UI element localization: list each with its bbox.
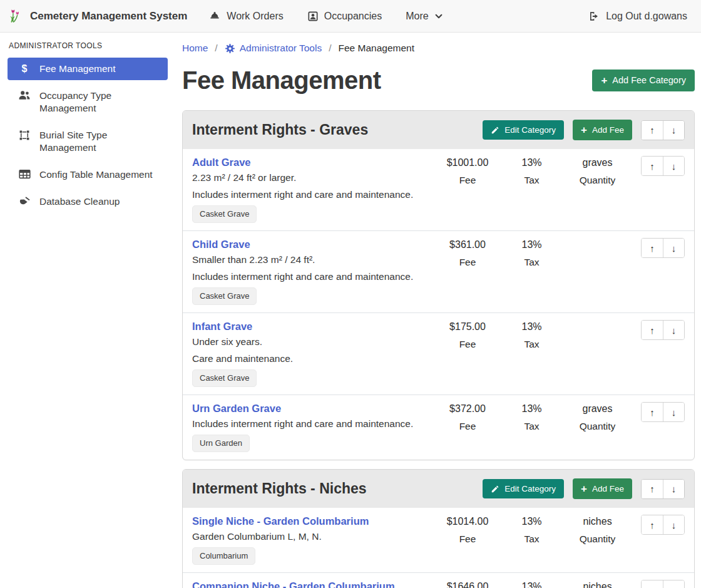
fee-info: Urn Garden GraveIncludes interment right…	[192, 402, 433, 452]
nav-work-orders[interactable]: Work Orders	[208, 11, 283, 22]
fee-name-link[interactable]: Companion Niche - Garden Columbarium	[192, 580, 395, 588]
fee-description: Includes interment right and care and ma…	[192, 417, 428, 430]
breadcrumb-admin-tools-link[interactable]: Administrator Tools	[225, 43, 322, 54]
tax-rate-column: 13%Tax	[502, 515, 561, 545]
pencil-icon	[491, 485, 499, 493]
fee-amount-value: $361.00	[433, 238, 502, 251]
move-fee-up-button[interactable]: ↑	[642, 321, 663, 339]
fee-name-link[interactable]: Infant Grave	[192, 320, 252, 333]
move-fee-up-button[interactable]: ↑	[642, 157, 663, 175]
move-category-down-button[interactable]: ↓	[663, 121, 684, 140]
main-content: Home / Administrator Tools / Fee Managem…	[175, 33, 701, 588]
nav-occupancies[interactable]: Occupancies	[307, 11, 382, 22]
fee-amount-column: $372.00Fee	[433, 402, 502, 433]
quantity-value: niches	[561, 580, 633, 588]
arrow-down-icon: ↓	[672, 125, 677, 135]
breadcrumb-separator: /	[329, 43, 331, 54]
hard-hat-icon	[208, 11, 221, 21]
edit-category-button[interactable]: Edit Category	[483, 120, 564, 140]
quantity-value: niches	[561, 515, 633, 528]
sidebar-item-burial-site-type-management[interactable]: Burial Site Type Management	[8, 124, 168, 159]
arrow-up-icon: ↑	[650, 407, 655, 418]
category-header: Interment Rights - NichesEdit Category+A…	[183, 470, 694, 508]
fee-amount-column: $361.00Fee	[433, 238, 502, 269]
edit-category-button[interactable]: Edit Category	[483, 479, 564, 498]
fee-reorder-group: ↑↓	[641, 320, 685, 340]
tax-rate-value: 13%	[502, 238, 561, 251]
nav-more-dropdown[interactable]: More	[406, 11, 443, 22]
move-fee-down-button[interactable]: ↓	[663, 580, 684, 588]
tax-rate-value: 13%	[502, 402, 561, 415]
fee-amount-label: Fee	[433, 533, 502, 545]
move-fee-down-button[interactable]: ↓	[663, 157, 684, 175]
app-brand: Cemetery Management System	[8, 8, 187, 24]
app-title: Cemetery Management System	[30, 10, 187, 23]
fee-info: Child GraveSmaller than 2.23 m² / 24 ft²…	[192, 238, 433, 305]
move-category-down-button[interactable]: ↓	[663, 480, 684, 498]
logout-button[interactable]: Log Out d.gowans	[588, 11, 687, 22]
fee-row-infant-grave: Infant GraveUnder six years.Care and mai…	[183, 312, 694, 395]
arrow-down-icon: ↓	[672, 161, 677, 172]
fee-name-link[interactable]: Child Grave	[192, 238, 250, 251]
fee-reorder-group: ↑↓	[641, 515, 685, 535]
page-title: Fee Management	[182, 64, 381, 96]
breadcrumb: Home / Administrator Tools / Fee Managem…	[182, 41, 695, 54]
category-header: Interment Rights - GravesEdit Category+A…	[183, 111, 694, 149]
fee-info: Companion Niche - Garden ColumbariumGard…	[192, 580, 433, 588]
sidebar-item-occupancy-type-management[interactable]: Occupancy Type Management	[8, 85, 168, 120]
move-fee-down-button[interactable]: ↓	[663, 321, 684, 339]
admin-sidebar: ADMINISTRATOR TOOLS $Fee ManagementOccup…	[0, 33, 175, 588]
arrow-down-icon: ↓	[672, 325, 677, 336]
move-fee-up-button[interactable]: ↑	[642, 580, 663, 588]
add-fee-button[interactable]: +Add Fee	[573, 120, 632, 140]
fee-type-badge: Columbarium	[192, 547, 255, 565]
sidebar-item-fee-management[interactable]: $Fee Management	[8, 58, 168, 80]
move-fee-down-button[interactable]: ↓	[663, 403, 684, 421]
fee-amount-label: Fee	[433, 256, 502, 269]
fee-name-link[interactable]: Single Niche - Garden Columbarium	[192, 515, 369, 528]
fee-amount-label: Fee	[433, 420, 502, 433]
add-fee-category-button[interactable]: + Add Fee Category	[592, 70, 695, 91]
edit-category-label: Edit Category	[504, 484, 556, 493]
arrow-up-icon: ↑	[650, 161, 655, 172]
fee-name-link[interactable]: Urn Garden Grave	[192, 402, 281, 415]
dollar-icon: $	[18, 63, 31, 75]
move-fee-up-button[interactable]: ↑	[642, 515, 663, 534]
breadcrumb-home-link[interactable]: Home	[182, 43, 208, 54]
tax-rate-label: Tax	[502, 420, 561, 433]
chevron-down-icon	[434, 12, 443, 21]
move-category-up-button[interactable]: ↑	[642, 121, 663, 140]
move-fee-up-button[interactable]: ↑	[642, 403, 663, 421]
fee-amount-label: Fee	[433, 174, 502, 187]
fee-amount-column: $175.00Fee	[433, 320, 502, 351]
move-category-up-button[interactable]: ↑	[642, 480, 663, 498]
tulips-logo-icon	[8, 8, 24, 24]
add-fee-button[interactable]: +Add Fee	[573, 478, 632, 499]
tax-rate-value: 13%	[502, 580, 561, 588]
sidebar-item-database-cleanup[interactable]: Database Cleanup	[8, 190, 168, 213]
sidebar-item-label: Occupancy Type Management	[39, 90, 161, 115]
category-title: Interment Rights - Niches	[192, 480, 483, 497]
move-fee-up-button[interactable]: ↑	[642, 239, 663, 257]
fee-reorder-group: ↑↓	[641, 156, 685, 176]
arrow-up-icon: ↑	[650, 125, 655, 135]
quantity-label: Quantity	[561, 533, 633, 545]
add-fee-category-label: Add Fee Category	[612, 75, 686, 85]
fee-type-badge: Casket Grave	[192, 287, 257, 305]
fee-description: Smaller than 2.23 m² / 24 ft².	[192, 253, 428, 266]
sidebar-item-config-table-management[interactable]: Config Table Management	[8, 163, 168, 186]
nav-work-orders-label: Work Orders	[227, 11, 283, 22]
quantity-label: Quantity	[561, 420, 633, 433]
fee-description: Includes interment right and care and ma…	[192, 188, 428, 201]
fee-name-link[interactable]: Adult Grave	[192, 156, 251, 169]
fee-category-card-interment-rights-niches: Interment Rights - NichesEdit Category+A…	[182, 469, 695, 588]
move-fee-down-button[interactable]: ↓	[663, 239, 684, 257]
move-fee-down-button[interactable]: ↓	[663, 515, 684, 534]
arrow-down-icon: ↓	[672, 483, 677, 494]
fee-reorder-group: ↑↓	[641, 580, 685, 588]
quantity-value: graves	[561, 156, 633, 169]
fee-info: Adult Grave2.23 m² / 24 ft² or larger.In…	[192, 156, 433, 223]
fee-description: 2.23 m² / 24 ft² or larger.	[192, 171, 428, 184]
category-reorder-group: ↑↓	[641, 120, 685, 140]
fee-reorder-group: ↑↓	[641, 402, 685, 422]
